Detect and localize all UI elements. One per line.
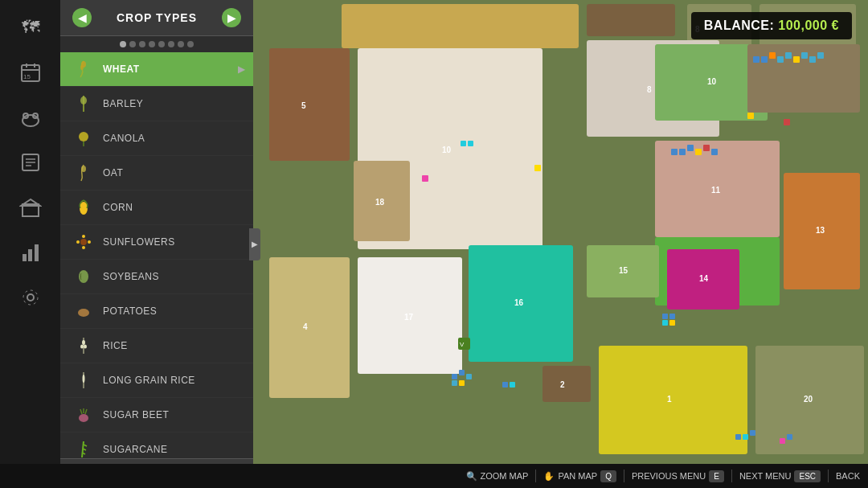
svg-rect-117 bbox=[662, 314, 668, 319]
crop-item-barley[interactable]: BARLEY bbox=[60, 87, 253, 121]
zoom-label: ZOOM MAP bbox=[481, 471, 529, 481]
crop-name-corn: CORN bbox=[103, 202, 133, 213]
panel-header: ◀ CROP TYPES ▶ bbox=[60, 0, 253, 36]
crop-item-rice[interactable]: RICE bbox=[60, 329, 253, 363]
svg-text:14: 14 bbox=[699, 274, 709, 283]
svg-rect-93 bbox=[785, 52, 792, 59]
sidebar-buildings[interactable] bbox=[11, 188, 50, 227]
crop-name-wheat: WHEAT bbox=[103, 64, 140, 75]
crop-name-long-grain-rice: LONG GRAIN RICE bbox=[103, 375, 195, 386]
svg-rect-83 bbox=[542, 366, 591, 402]
panel-prev-button[interactable]: ◀ bbox=[72, 8, 92, 27]
svg-text:5: 5 bbox=[301, 101, 306, 110]
pan-icon: ✋ bbox=[543, 471, 555, 482]
crop-name-sugar-beet: SUGAR BEET bbox=[103, 409, 169, 420]
svg-text:17: 17 bbox=[404, 313, 414, 322]
svg-rect-103 bbox=[695, 149, 702, 155]
panel-next-button[interactable]: ▶ bbox=[222, 8, 241, 27]
svg-rect-106 bbox=[461, 141, 466, 146]
svg-rect-120 bbox=[669, 320, 675, 326]
svg-rect-54 bbox=[269, 48, 350, 161]
crop-item-sugar-beet[interactable]: SUGAR BEET bbox=[60, 398, 253, 433]
svg-point-31 bbox=[78, 309, 89, 317]
svg-point-25 bbox=[80, 239, 87, 245]
crop-name-potatoes: POTATOES bbox=[103, 306, 157, 317]
sidebar-animals[interactable] bbox=[11, 98, 50, 137]
crop-arrow-wheat: ▶ bbox=[238, 64, 245, 75]
map-view[interactable]: 8 5 10 8 10 18 11 13 11 14 4 bbox=[253, 0, 868, 464]
svg-rect-115 bbox=[502, 382, 508, 388]
next-menu-key[interactable]: ESC bbox=[794, 470, 821, 482]
pan-key[interactable]: Q bbox=[600, 470, 616, 482]
svg-rect-90 bbox=[761, 56, 768, 63]
svg-text:13: 13 bbox=[816, 226, 825, 235]
svg-text:4: 4 bbox=[303, 322, 308, 331]
svg-point-22 bbox=[79, 132, 88, 141]
dot-3 bbox=[139, 41, 145, 47]
sidebar: 🗺 15 bbox=[0, 0, 60, 488]
svg-point-5 bbox=[23, 115, 39, 126]
svg-text:2: 2 bbox=[560, 380, 565, 389]
svg-rect-91 bbox=[769, 52, 776, 59]
svg-rect-89 bbox=[753, 56, 760, 63]
svg-rect-98 bbox=[747, 113, 754, 119]
panel-dots bbox=[60, 36, 253, 52]
svg-rect-96 bbox=[809, 56, 816, 63]
balance-label: BALANCE: bbox=[704, 18, 775, 32]
svg-text:10: 10 bbox=[442, 146, 452, 154]
prev-menu-item: PREVIOUS MENU E bbox=[632, 470, 724, 482]
sidebar-map[interactable]: 🗺 bbox=[11, 8, 50, 47]
svg-rect-102 bbox=[687, 145, 694, 151]
crop-item-sunflowers[interactable]: SUNFLOWERS bbox=[60, 225, 253, 260]
svg-rect-92 bbox=[777, 56, 784, 63]
crop-panel: ◀ CROP TYPES ▶ WHEAT▶BARLEYCANOLAOATCORN… bbox=[60, 0, 253, 488]
svg-text:20: 20 bbox=[804, 395, 813, 404]
svg-rect-116 bbox=[510, 382, 515, 388]
sidebar-settings[interactable] bbox=[11, 278, 50, 317]
soybeans-icon bbox=[72, 265, 95, 288]
svg-rect-110 bbox=[452, 374, 457, 379]
next-menu-item: NEXT MENU ESC bbox=[739, 470, 821, 482]
prev-menu-key[interactable]: E bbox=[709, 470, 724, 482]
sidebar-stats[interactable] bbox=[11, 233, 50, 272]
pan-label: PAN MAP bbox=[558, 471, 597, 481]
crop-list: WHEAT▶BARLEYCANOLAOATCORNSUNFLOWERSSOYBE… bbox=[60, 52, 253, 458]
prev-menu-label: PREVIOUS MENU bbox=[632, 471, 706, 481]
collapse-handle[interactable]: ▶ bbox=[249, 228, 260, 260]
crop-item-sugarcane[interactable]: SUGARCANE bbox=[60, 433, 253, 458]
sugar-beet-icon bbox=[72, 404, 95, 426]
svg-point-34 bbox=[84, 345, 87, 349]
dot-5 bbox=[158, 41, 165, 47]
sep-1 bbox=[535, 470, 536, 482]
map-area[interactable]: 8 5 10 8 10 18 11 13 11 14 4 bbox=[253, 0, 868, 464]
svg-rect-15 bbox=[28, 249, 32, 261]
crop-item-canola[interactable]: CANOLA bbox=[60, 121, 253, 156]
svg-rect-101 bbox=[679, 149, 686, 155]
long-grain-rice-icon bbox=[72, 369, 95, 392]
svg-rect-14 bbox=[23, 254, 27, 261]
svg-rect-97 bbox=[817, 52, 824, 59]
sidebar-calendar[interactable]: 15 bbox=[11, 53, 50, 92]
zoom-map-item: 🔍 ZOOM MAP bbox=[466, 471, 529, 482]
crop-item-oat[interactable]: OAT bbox=[60, 156, 253, 191]
crop-item-corn[interactable]: CORN bbox=[60, 191, 253, 225]
svg-rect-79 bbox=[599, 346, 747, 454]
back-item: BACK bbox=[836, 471, 860, 481]
crop-item-wheat[interactable]: WHEAT▶ bbox=[60, 52, 253, 87]
crop-item-potatoes[interactable]: POTATOES bbox=[60, 294, 253, 329]
svg-point-26 bbox=[82, 235, 85, 238]
crop-item-long-grain-rice[interactable]: LONG GRAIN RICE bbox=[60, 363, 253, 398]
sidebar-tasks[interactable] bbox=[11, 143, 50, 182]
svg-rect-16 bbox=[35, 244, 39, 261]
sep-2 bbox=[624, 470, 624, 482]
svg-point-17 bbox=[27, 294, 34, 301]
crop-item-soybeans[interactable]: SOYBEANS bbox=[60, 260, 253, 294]
svg-rect-94 bbox=[793, 56, 800, 63]
svg-rect-118 bbox=[669, 314, 675, 319]
svg-rect-125 bbox=[787, 434, 792, 440]
crop-name-soybeans: SOYBEANS bbox=[103, 271, 159, 282]
svg-text:1: 1 bbox=[667, 395, 672, 404]
svg-rect-100 bbox=[671, 149, 678, 155]
canola-icon bbox=[72, 127, 95, 150]
svg-point-33 bbox=[80, 345, 84, 349]
